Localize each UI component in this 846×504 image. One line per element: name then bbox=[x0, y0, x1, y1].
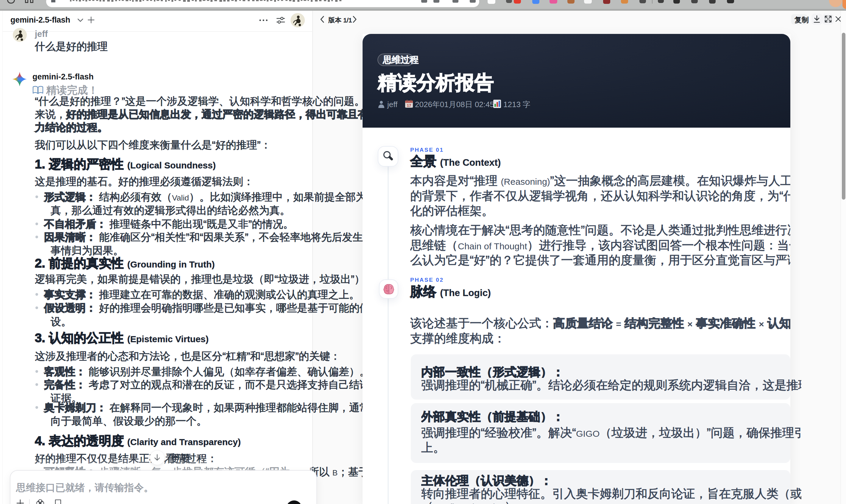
svg-text:17: 17 bbox=[407, 103, 411, 108]
